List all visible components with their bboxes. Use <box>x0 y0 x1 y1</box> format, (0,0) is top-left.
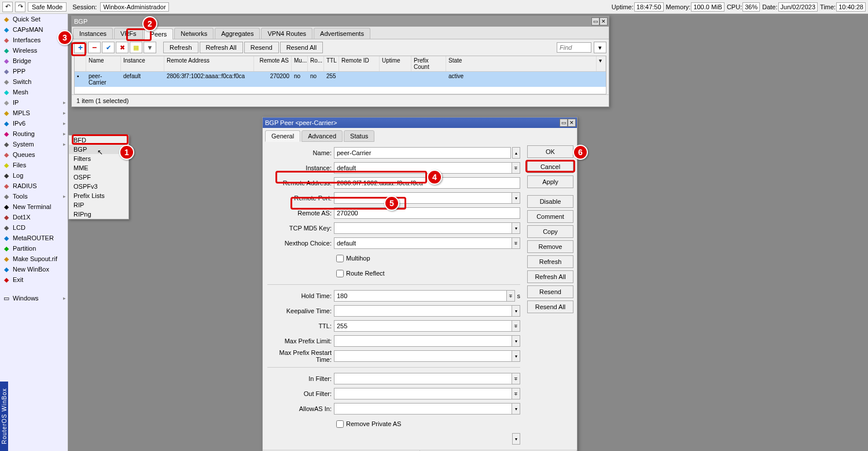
sidebar-item-switch[interactable]: ◆Switch <box>0 76 68 87</box>
dropdown-icon[interactable]: ▾ <box>512 192 520 204</box>
enable-button[interactable]: ✔ <box>102 42 115 53</box>
route-reflect-checkbox[interactable] <box>336 270 344 277</box>
refresh-button[interactable]: Refresh <box>527 255 573 268</box>
dropdown-icon[interactable]: ∓ <box>512 373 520 384</box>
remove-private-checkbox[interactable] <box>336 420 344 428</box>
submenu-item-prefix-lists[interactable]: Prefix Lists <box>69 191 128 200</box>
comment-button[interactable]: Comment <box>527 210 573 223</box>
hold-time-input[interactable] <box>334 290 507 302</box>
col-remote-as[interactable]: Remote AS <box>254 56 292 71</box>
sidebar-item-mesh[interactable]: ◆Mesh <box>0 87 68 97</box>
sidebar-item-make-supout-rif[interactable]: ◆Make Supout.rif <box>0 254 68 264</box>
tab-vpn4-routes[interactable]: VPN4 Routes <box>261 28 312 39</box>
col-remote-id[interactable]: Remote ID <box>339 56 380 71</box>
close-icon[interactable]: ✕ <box>568 119 576 127</box>
redo-icon[interactable]: ↷ <box>15 2 25 12</box>
table-row[interactable]: ▪ peer-Carrier default 2806:3f7:1002:aaa… <box>75 72 606 87</box>
in-filter-input[interactable] <box>334 373 512 384</box>
remote-port-input[interactable] <box>334 192 512 204</box>
sidebar-item-ip[interactable]: ◆IP▸ <box>0 97 68 108</box>
col-state[interactable]: State <box>446 56 597 71</box>
resend-button[interactable]: Resend <box>244 42 279 53</box>
submenu-item-ospf[interactable]: OSPF <box>69 173 128 182</box>
sidebar-item-routing[interactable]: ◆Routing▸ <box>0 129 68 139</box>
sidebar-item-ppp[interactable]: ◆PPP <box>0 66 68 76</box>
copy-button[interactable]: Copy <box>527 225 573 238</box>
disable-button[interactable]: Disable <box>527 195 573 208</box>
dropdown-icon[interactable]: ▾ <box>512 350 520 362</box>
sidebar-item-capsman[interactable]: ◆CAPsMAN <box>0 24 68 35</box>
undo-icon[interactable]: ↶ <box>2 2 13 12</box>
tab-aggregates[interactable]: Aggregates <box>215 28 260 39</box>
instance-input[interactable] <box>334 162 512 174</box>
sidebar-item-bridge[interactable]: ◆Bridge <box>0 56 68 66</box>
tab-instances[interactable]: Instances <box>73 28 113 39</box>
comment-button[interactable]: ▦ <box>130 42 142 53</box>
dropdown-icon[interactable]: ▾ <box>512 305 520 317</box>
peer-titlebar[interactable]: BGP Peer <peer-Carrier> ▭ ✕ <box>263 118 577 128</box>
submenu-item-rip[interactable]: RIP <box>69 200 128 210</box>
find-input[interactable] <box>557 42 591 53</box>
cancel-button[interactable]: Cancel <box>527 160 573 173</box>
nexthop-input[interactable] <box>334 237 512 249</box>
col-route-reflect[interactable]: Ro... <box>308 56 324 71</box>
submenu-item-ripng[interactable]: RIPng <box>69 210 128 219</box>
submenu-item-bfd[interactable]: BFD <box>69 135 128 145</box>
remote-as-input[interactable] <box>334 207 520 219</box>
allow-as-input[interactable] <box>334 403 512 415</box>
sidebar-item-new-terminal[interactable]: ◆New Terminal <box>0 201 68 212</box>
ttl-input[interactable] <box>334 320 512 332</box>
tab-networks[interactable]: Networks <box>174 28 214 39</box>
submenu-item-mme[interactable]: MME <box>69 163 128 173</box>
resend-all-button[interactable]: Resend All <box>280 42 323 53</box>
max-prefix-input[interactable] <box>334 335 512 347</box>
tab-vrfs[interactable]: VRFs <box>114 28 143 39</box>
minimize-icon[interactable]: ▭ <box>591 17 599 25</box>
apply-button[interactable]: Apply <box>527 175 573 188</box>
refresh-button[interactable]: Refresh <box>163 42 198 53</box>
out-filter-input[interactable] <box>334 388 512 399</box>
sidebar-item-tools[interactable]: ◆Tools▸ <box>0 191 68 201</box>
sidebar-item-ipv6[interactable]: ◆IPv6▸ <box>0 118 68 129</box>
sidebar-item-system[interactable]: ◆System▸ <box>0 139 68 149</box>
resend-all-button[interactable]: Resend All <box>527 300 573 313</box>
close-icon[interactable]: ✕ <box>599 17 608 25</box>
tab-general[interactable]: General <box>265 130 300 142</box>
sidebar-item-queues[interactable]: ◆Queues <box>0 149 68 160</box>
dropdown-icon[interactable]: ∓ <box>507 290 515 302</box>
safe-mode-button[interactable]: Safe Mode <box>28 2 67 12</box>
disable-button[interactable]: ✖ <box>116 42 128 53</box>
tab-advanced[interactable]: Advanced <box>301 130 343 142</box>
sidebar-item-lcd[interactable]: ◆LCD <box>0 222 68 233</box>
refresh-all-button[interactable]: Refresh All <box>200 42 243 53</box>
resend-button[interactable]: Resend <box>527 285 573 298</box>
ok-button[interactable]: OK <box>527 145 573 158</box>
sidebar-item-wireless[interactable]: ◆Wireless <box>0 45 68 56</box>
col-uptime[interactable]: Uptime <box>380 56 411 71</box>
col-ttl[interactable]: TTL <box>324 56 339 71</box>
sidebar-item-quick-set[interactable]: ◆Quick Set <box>0 14 68 24</box>
dropdown-icon[interactable]: ▾ <box>512 222 520 234</box>
col-remote-address[interactable]: Remote Address <box>164 56 254 71</box>
remove-button[interactable]: Remove <box>527 240 573 253</box>
add-button[interactable]: + <box>74 42 87 53</box>
sidebar-item-files[interactable]: ◆Files <box>0 160 68 170</box>
sidebar-item-exit[interactable]: ◆Exit <box>0 274 68 285</box>
dropdown-icon[interactable]: ∓ <box>512 162 520 174</box>
sidebar-item-metarouter[interactable]: ◆MetaROUTER <box>0 233 68 243</box>
name-input[interactable] <box>334 147 511 159</box>
sidebar-item-radius[interactable]: ◆RADIUS <box>0 181 68 191</box>
up-arrow-icon[interactable]: ▴ <box>512 147 520 159</box>
tcp-md5-input[interactable] <box>334 222 512 234</box>
dropdown-icon[interactable]: ∓ <box>512 388 520 399</box>
minimize-icon[interactable]: ▭ <box>560 119 568 127</box>
sidebar-item-partition[interactable]: ◆Partition <box>0 243 68 254</box>
dropdown-icon[interactable]: ▾ <box>512 335 520 347</box>
keepalive-input[interactable] <box>334 305 512 317</box>
sidebar-item-log[interactable]: ◆Log <box>0 170 68 181</box>
col-prefix-count[interactable]: Prefix Count <box>411 56 446 71</box>
col-multihop[interactable]: Mu... <box>292 56 308 71</box>
refresh-all-button[interactable]: Refresh All <box>527 270 573 283</box>
sidebar-item-new-winbox[interactable]: ◆New WinBox <box>0 264 68 274</box>
multihop-checkbox[interactable] <box>336 255 344 262</box>
